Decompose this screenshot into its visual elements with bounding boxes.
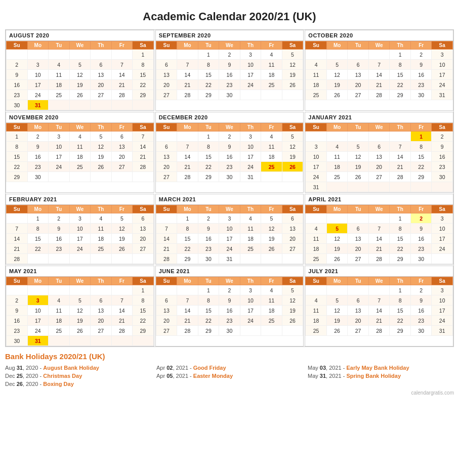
calendar-day: 28	[111, 90, 133, 100]
day-header-fr: Fr	[111, 41, 133, 50]
calendar-day: 18	[306, 80, 327, 90]
empty-cell	[282, 172, 303, 182]
calendar-day: 5	[282, 132, 303, 142]
empty-cell	[49, 172, 70, 182]
empty-cell	[306, 50, 327, 60]
month-block: MAY 2021SuMoTuWeThFrSa123456789101112131…	[6, 266, 154, 347]
calendar-day: 12	[348, 152, 369, 162]
calendar-day: 17	[27, 80, 49, 90]
calendar-day: 18	[261, 70, 282, 80]
day-header-we: We	[69, 123, 91, 132]
calendar-day: 17	[240, 306, 261, 316]
calendar-day: 10	[27, 70, 49, 80]
calendar-day: 4	[49, 295, 70, 306]
calendar-day: 6	[111, 132, 133, 142]
calendar-day: 23	[7, 90, 28, 100]
calendar-day: 27	[282, 244, 303, 254]
calendar-day: 2	[27, 132, 49, 142]
empty-cell	[91, 172, 112, 182]
calendar-day: 22	[390, 80, 411, 90]
calendar-day: 25	[306, 326, 327, 336]
day-header-we: We	[219, 277, 240, 285]
calendar-day: 28	[177, 90, 198, 100]
calendar-day: 9	[7, 306, 28, 316]
calendar-day: 19	[326, 316, 348, 326]
month-table: SuMoTuWeThFrSa12345678910111213141516171…	[6, 277, 154, 346]
calendar-day: 27	[348, 254, 369, 264]
calendar-day: 17	[49, 152, 70, 162]
calendar-day: 3	[432, 50, 453, 60]
day-header-tu: Tu	[198, 41, 219, 50]
month-title: JUNE 2021	[156, 266, 304, 277]
calendar-day: 28	[368, 90, 390, 100]
empty-cell	[156, 285, 177, 295]
calendar-day: 24	[49, 162, 70, 172]
calendar-day: 1	[133, 285, 154, 295]
day-header-we: We	[69, 41, 91, 50]
calendar-day: 26	[326, 326, 348, 336]
calendar-day: 28	[390, 172, 411, 182]
month-block: DECEMBER 2020SuMoTuWeThFrSa1234567891011…	[155, 112, 304, 193]
day-header-th: Th	[390, 41, 411, 50]
calendar-day: 17	[240, 152, 261, 162]
calendar-day: 11	[69, 142, 91, 152]
empty-cell	[177, 50, 198, 60]
calendar-day: 23	[432, 162, 453, 172]
empty-cell	[91, 336, 112, 346]
calendar-day: 17	[432, 234, 453, 244]
day-header-we: We	[219, 41, 240, 50]
day-header-fr: Fr	[410, 277, 432, 285]
holiday-name: Easter Monday	[193, 373, 233, 379]
calendar-day: 25	[326, 172, 348, 182]
calendar-day: 18	[91, 234, 112, 244]
month-table: SuMoTuWeThFrSa12345678910111213141516171…	[156, 277, 304, 336]
calendar-day: 24	[432, 244, 453, 254]
empty-cell	[69, 50, 91, 60]
calendar-day: 3	[240, 132, 261, 142]
day-header-su: Su	[7, 123, 28, 132]
calendar-day: 28	[111, 326, 133, 336]
empty-cell	[111, 50, 133, 60]
calendar-day: 15	[177, 234, 198, 244]
calendar-day: 7	[177, 295, 198, 306]
calendar-day: 11	[261, 60, 282, 70]
calendar-day: 6	[348, 60, 369, 70]
calendar-day: 24	[240, 80, 261, 90]
calendar-day: 23	[410, 80, 432, 90]
calendar-day: 2	[410, 213, 432, 224]
calendar-day: 15	[133, 306, 154, 316]
holiday-name: Boxing Day	[43, 381, 74, 387]
month-title: DECEMBER 2020	[156, 112, 304, 123]
calendar-day: 23	[219, 162, 240, 172]
day-header-su: Su	[7, 205, 28, 213]
calendar-day: 3	[240, 285, 261, 295]
month-title: MARCH 2021	[156, 194, 304, 205]
holiday-column: May 03, 2021 - Early May Bank HolidayMay…	[308, 364, 454, 388]
day-header-fr: Fr	[261, 123, 282, 132]
calendar-day: 26	[91, 162, 112, 172]
calendar-day: 15	[133, 70, 154, 80]
calendar-day: 10	[240, 142, 261, 152]
calendar-day: 2	[219, 132, 240, 142]
calendar-day: 26	[326, 254, 348, 264]
empty-cell	[306, 285, 327, 295]
calendar-day: 26	[282, 316, 303, 326]
calendar-day: 1	[198, 285, 219, 295]
calendar-day: 28	[368, 254, 390, 264]
calendar-day: 5	[69, 60, 91, 70]
calendar-day: 26	[348, 172, 369, 182]
calendar-day: 24	[69, 244, 91, 254]
calendar-day: 23	[410, 244, 432, 254]
calendar-day: 14	[111, 70, 133, 80]
calendar-day: 4	[306, 224, 327, 234]
empty-cell	[69, 336, 91, 346]
month-block: SEPTEMBER 2020SuMoTuWeThFrSa123456789101…	[155, 30, 304, 111]
holiday-date: Dec 25, 2020 -	[5, 373, 43, 379]
calendar-day: 11	[326, 152, 348, 162]
calendar-day: 10	[49, 142, 70, 152]
calendar-day: 14	[177, 306, 198, 316]
empty-cell	[49, 285, 70, 295]
calendar-day: 14	[111, 306, 133, 316]
calendar-day: 24	[240, 316, 261, 326]
day-header-fr: Fr	[261, 41, 282, 50]
